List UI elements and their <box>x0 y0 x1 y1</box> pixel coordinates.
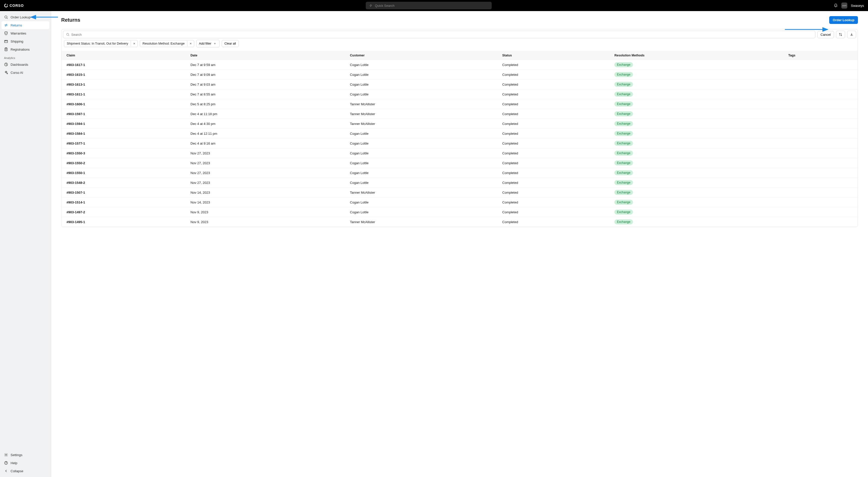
cell-tags <box>783 168 858 178</box>
cell-status: Completed <box>497 217 609 227</box>
sidebar-item-shipping[interactable]: Shipping <box>1 37 50 45</box>
sidebar-item-corso-ai[interactable]: Corso AI <box>1 68 50 76</box>
table-row[interactable]: #903-1611-1Dec 7 at 8:55 amCogan LottleC… <box>61 89 858 99</box>
column-header[interactable]: Tags <box>783 51 858 60</box>
cell-claim: #903-1594-1 <box>61 119 185 129</box>
resolution-badge: Exchange <box>614 131 633 136</box>
table-row[interactable]: #903-1550-3Nov 27, 2023Cogan LottleCompl… <box>61 148 858 158</box>
table-row[interactable]: #903-1613-1Dec 7 at 9:03 amCogan LottleC… <box>61 80 858 89</box>
filter-chip-close[interactable] <box>187 41 194 46</box>
sidebar-item-order-lookup[interactable]: Order Lookup <box>1 13 50 21</box>
cell-claim: #903-1613-1 <box>61 80 185 89</box>
main-content: Returns Order Lookup Cancel <box>51 11 868 477</box>
search-icon <box>66 32 70 36</box>
cell-date: Dec 7 at 9:59 am <box>185 60 345 70</box>
cell-resolution: Exchange <box>609 70 783 80</box>
svg-point-1 <box>5 16 7 18</box>
gear-icon <box>4 453 8 457</box>
returns-card: Cancel Shipment Status: In Transit, Out … <box>61 29 858 227</box>
resolution-badge: Exchange <box>614 92 633 97</box>
cell-customer: Cogan Lottle <box>345 178 497 188</box>
sidebar-item-label: Help <box>10 461 18 465</box>
cell-status: Completed <box>497 109 609 119</box>
table-row[interactable]: #903-1594-1Dec 4 at 4:30 pmTanner McAlli… <box>61 119 858 129</box>
cell-claim: #903-1611-1 <box>61 89 185 99</box>
cell-status: Completed <box>497 138 609 148</box>
table-row[interactable]: #903-1495-1Nov 9, 2023Tanner McAllisterC… <box>61 217 858 227</box>
cell-date: Dec 7 at 8:55 am <box>185 89 345 99</box>
bell-icon[interactable] <box>834 3 838 7</box>
table-row[interactable]: #903-1550-2Nov 27, 2023Cogan LottleCompl… <box>61 158 858 168</box>
table-search-field[interactable] <box>71 33 813 36</box>
add-filter-button[interactable]: Add filter <box>196 40 220 47</box>
resolution-badge: Exchange <box>614 170 633 175</box>
svg-rect-3 <box>4 40 7 42</box>
user-name[interactable]: Swaseys <box>851 4 864 7</box>
cell-status: Completed <box>497 99 609 109</box>
table-row[interactable]: #903-1584-1Dec 4 at 12:11 pmCogan Lottle… <box>61 129 858 138</box>
table-row[interactable]: #903-1617-1Dec 7 at 9:59 amCogan LottleC… <box>61 60 858 70</box>
table-row[interactable]: #903-1577-1Dec 4 at 9:16 amCogan LottleC… <box>61 138 858 148</box>
quick-search-input[interactable]: Quick Search <box>366 2 492 9</box>
cell-customer: Cogan Lottle <box>345 148 497 158</box>
sidebar-item-warranties[interactable]: Warranties <box>1 29 50 37</box>
table-row[interactable]: #903-1497-2Nov 9, 2023Cogan LottleComple… <box>61 207 858 217</box>
column-header[interactable]: Claim <box>61 51 185 60</box>
sort-button[interactable] <box>836 31 845 38</box>
filter-chip-close[interactable] <box>131 41 137 46</box>
sidebar-item-help[interactable]: Help <box>1 459 50 467</box>
sidebar-item-returns[interactable]: Returns <box>1 21 50 29</box>
resolution-badge: Exchange <box>614 82 633 87</box>
cell-claim: #903-1550-3 <box>61 148 185 158</box>
column-header[interactable]: Date <box>185 51 345 60</box>
column-header[interactable]: Customer <box>345 51 497 60</box>
cell-customer: Tanner McAllister <box>345 109 497 119</box>
cell-status: Completed <box>497 178 609 188</box>
user-avatar[interactable]: ooni <box>841 2 847 8</box>
cell-claim: #903-1606-1 <box>61 99 185 109</box>
order-lookup-button[interactable]: Order Lookup <box>829 16 858 24</box>
cell-claim: #903-1550-2 <box>61 158 185 168</box>
cell-status: Completed <box>497 70 609 80</box>
brand-logo[interactable]: CORSO <box>4 3 24 7</box>
sidebar-item-dashboards[interactable]: Dashboards <box>1 60 50 68</box>
filter-chip[interactable]: Shipment Status: In Transit, Out for Del… <box>64 40 138 47</box>
table-search-input[interactable] <box>63 31 815 38</box>
sidebar-item-settings[interactable]: Settings <box>1 451 50 459</box>
table-row[interactable]: #903-1606-1Dec 5 at 8:25 pmTanner McAlli… <box>61 99 858 109</box>
filter-chip[interactable]: Resolution Method: Exchange <box>140 40 194 47</box>
column-header[interactable]: Status <box>497 51 609 60</box>
table-row[interactable]: #903-1597-1Dec 4 at 11:18 pmTanner McAll… <box>61 109 858 119</box>
table-row[interactable]: #903-1550-1Nov 27, 2023Cogan LottleCompl… <box>61 168 858 178</box>
sidebar-item-registrations[interactable]: Registrations <box>1 45 50 53</box>
cell-claim: #903-1550-1 <box>61 168 185 178</box>
cell-status: Completed <box>497 168 609 178</box>
cell-tags <box>783 80 858 89</box>
cell-resolution: Exchange <box>609 89 783 99</box>
resolution-badge: Exchange <box>614 141 633 146</box>
cell-tags <box>783 89 858 99</box>
quick-search-wrap: Quick Search <box>24 2 834 9</box>
cell-tags <box>783 217 858 227</box>
cell-customer: Tanner McAllister <box>345 99 497 109</box>
resolution-badge: Exchange <box>614 190 633 195</box>
cell-customer: Cogan Lottle <box>345 158 497 168</box>
sidebar-item-collapse[interactable]: Collapse <box>1 467 50 475</box>
clear-all-button[interactable]: Clear all <box>222 40 239 47</box>
cell-date: Nov 27, 2023 <box>185 178 345 188</box>
table-row[interactable]: #903-1514-1Nov 14, 2023Cogan LottleCompl… <box>61 197 858 207</box>
returns-table: ClaimDateCustomerStatusResolution Method… <box>61 51 858 227</box>
column-header[interactable]: Resolution Methods <box>609 51 783 60</box>
table-row[interactable]: #903-1548-2Nov 27, 2023Cogan LottleCompl… <box>61 178 858 188</box>
cell-customer: Cogan Lottle <box>345 197 497 207</box>
cell-customer: Cogan Lottle <box>345 60 497 70</box>
table-row[interactable]: #903-1615-1Dec 7 at 9:09 amCogan LottleC… <box>61 70 858 80</box>
cancel-button[interactable]: Cancel <box>817 31 834 38</box>
cell-tags <box>783 119 858 129</box>
cell-date: Dec 7 at 9:09 am <box>185 70 345 80</box>
cell-resolution: Exchange <box>609 119 783 129</box>
download-button[interactable] <box>847 31 856 38</box>
filter-row: Shipment Status: In Transit, Out for Del… <box>61 40 858 51</box>
resolution-badge: Exchange <box>614 210 633 215</box>
table-row[interactable]: #903-1507-1Nov 14, 2023Tanner McAllister… <box>61 188 858 197</box>
